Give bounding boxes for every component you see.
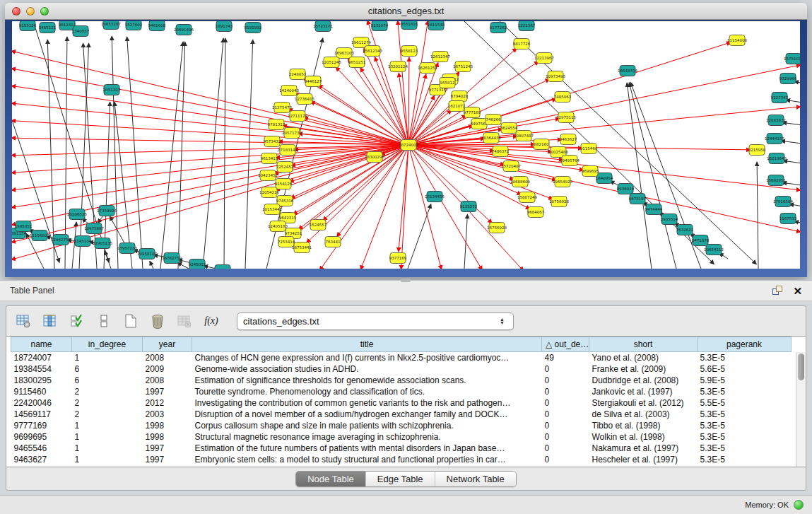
graph-node[interactable]: 10975887 — [84, 223, 104, 234]
table-vertical-scrollbar[interactable] — [796, 352, 806, 467]
graph-node-selected[interactable]: 9777169 — [464, 107, 481, 118]
new-table-icon[interactable] — [122, 313, 139, 329]
graph-node-selected[interactable]: 14240043 — [279, 86, 299, 96]
graph-node-selected[interactable]: 20571730 — [282, 128, 302, 139]
graph-node-selected[interactable]: 9613415 — [261, 153, 278, 164]
graph-node-selected[interactable]: 1621072 — [448, 101, 466, 112]
graph-node-selected[interactable]: 12213967 — [534, 53, 554, 64]
graph-node[interactable]: 1995051 — [15, 221, 33, 232]
graph-node[interactable]: 17359924 — [97, 206, 117, 216]
graph-node-selected[interactable]: 11154008 — [727, 35, 747, 46]
graph-node[interactable]: 9561816 — [401, 21, 418, 30]
graph-node-selected[interactable]: 19495764 — [560, 156, 579, 166]
table-row[interactable]: 911546021997Tourette syndrome. Phenomeno… — [11, 386, 792, 397]
graph-node-selected[interactable]: 763441 — [325, 237, 341, 247]
memory-ok-indicator-icon[interactable] — [794, 500, 804, 510]
graph-node-selected[interactable]: 7485063 — [554, 92, 572, 103]
graph-node-selected[interactable]: 746266 — [486, 115, 501, 125]
import-table-icon[interactable] — [176, 313, 193, 329]
graph-node-selected[interactable]: 16751243 — [453, 62, 473, 72]
graph-node-selected[interactable]: 6794028 — [451, 91, 469, 102]
graph-node[interactable]: 15751074 — [784, 54, 800, 64]
float-panel-icon[interactable] — [772, 286, 783, 296]
graph-node[interactable]: 9227343 — [771, 93, 789, 103]
graph-node[interactable]: 20691406 — [174, 25, 194, 35]
graph-node-selected[interactable]: 3624554 — [500, 123, 518, 134]
graph-node[interactable]: 10654112 — [704, 245, 724, 255]
network-canvas[interactable]: 9155126846512196124121340557106532871527… — [12, 21, 800, 269]
graph-node[interactable]: 10653287 — [101, 21, 121, 30]
panel-resize-grip[interactable] — [401, 279, 411, 282]
graph-node-selected[interactable]: 18300295 — [365, 152, 384, 163]
graph-node[interactable]: 8177262 — [490, 23, 507, 33]
column-select-icon[interactable] — [42, 313, 59, 329]
graph-node-selected[interactable]: 8817726 — [513, 39, 531, 49]
graph-node-selected[interactable]: 12736415 — [295, 94, 314, 105]
graph-node-selected[interactable]: 12975115 — [556, 112, 576, 123]
table-row[interactable]: 977716911998Corpus callosum shape and si… — [11, 420, 792, 431]
table-row[interactable]: 946362711997Embryonic stem cells: a mode… — [11, 454, 792, 465]
graph-node-selected[interactable]: 2248053 — [289, 69, 307, 80]
table-settings-icon[interactable] — [15, 313, 32, 329]
graph-node[interactable]: 1811548 — [428, 21, 445, 30]
graph-node[interactable]: 2935514 — [661, 214, 678, 225]
graph-node-selected[interactable]: 10756928 — [549, 197, 569, 207]
graph-node-selected[interactable]: 10973493 — [546, 71, 565, 82]
graph-node-selected[interactable]: 10688609 — [510, 177, 530, 187]
delete-table-icon[interactable] — [149, 313, 166, 329]
graph-node-selected[interactable]: 9558123 — [401, 46, 418, 57]
graph-node-selected[interactable]: 10807487 — [514, 131, 534, 141]
graph-node-selected[interactable]: 9115460 — [580, 144, 598, 154]
graph-node-selected[interactable]: 20364436 — [481, 133, 501, 144]
graph-node-selected[interactable]: 9684067 — [527, 207, 545, 218]
graph-node[interactable]: 16648784 — [618, 66, 637, 76]
graph-node[interactable]: 9135272 — [460, 201, 478, 212]
graph-node[interactable]: 12444155 — [765, 134, 784, 144]
tab-node-table[interactable]: Node Table — [296, 472, 365, 486]
graph-node[interactable]: 12942757 — [51, 235, 71, 245]
network-table-selector[interactable]: citations_edges.txt ▲▼ — [237, 313, 514, 330]
tab-edge-table[interactable]: Edge Table — [365, 472, 435, 486]
graph-node[interactable]: 1340557 — [72, 26, 90, 37]
graph-node[interactable]: 1167533 — [779, 214, 797, 224]
graph-node-selected[interactable]: 19654923 — [553, 177, 572, 187]
graph-node[interactable]: 15692951 — [766, 175, 786, 186]
graph-node[interactable]: 11156803 — [30, 230, 49, 241]
graph-node[interactable]: 8131074 — [371, 21, 389, 31]
graph-node[interactable]: 20206535 — [67, 209, 87, 220]
column-header-short[interactable]: short — [589, 337, 698, 352]
graph-node-selected[interactable]: 9463627 — [560, 134, 577, 145]
graph-node[interactable]: 2051307 — [103, 85, 121, 95]
graph-node[interactable]: 12093832 — [766, 115, 786, 126]
graph-node[interactable]: 1145134 — [74, 236, 92, 247]
graph-node[interactable]: 7632621 — [676, 225, 694, 235]
graph-node[interactable]: 17016504 — [773, 197, 793, 207]
graph-node-selected[interactable]: 15612343 — [363, 46, 382, 57]
column-header-year[interactable]: year — [143, 337, 192, 352]
graph-node[interactable]: 1527602 — [125, 21, 143, 30]
graph-node-selected[interactable]: 1524557 — [310, 220, 327, 230]
graph-node-selected[interactable]: 16753441 — [292, 243, 312, 253]
graph-node-selected[interactable]: 9154126 — [275, 179, 293, 189]
graph-node[interactable]: 8471676 — [692, 235, 710, 246]
graph-node-selected[interactable]: 10423452 — [258, 170, 278, 181]
graph-node[interactable]: 9461608 — [148, 21, 166, 31]
graph-node-selected[interactable]: 8215958 — [748, 145, 766, 156]
graph-node[interactable]: 8938924 — [617, 184, 635, 194]
graph-node[interactable]: 9245012 — [189, 259, 206, 269]
graph-node-selected[interactable]: 9651251 — [348, 57, 366, 68]
window-titlebar[interactable]: citations_edges.txt — [5, 3, 807, 20]
graph-node-selected[interactable]: 9573432 — [264, 136, 281, 147]
graph-node[interactable]: 15134456 — [425, 192, 445, 202]
graph-node-selected[interactable]: 12051245 — [322, 57, 341, 68]
graph-node[interactable]: 12905135 — [93, 238, 112, 249]
graph-node[interactable]: 16210643 — [767, 153, 787, 164]
graph-node-selected[interactable]: 12612347 — [430, 52, 450, 62]
graph-node[interactable]: 1221387 — [518, 21, 536, 31]
column-header-title[interactable]: title — [192, 337, 542, 352]
graph-node-selected[interactable]: 18724007 — [399, 140, 418, 151]
graph-node[interactable]: 9329966 — [779, 74, 797, 84]
column-header-in_degree[interactable]: in_degree — [72, 337, 143, 352]
column-header-out_de[interactable]: △ out_de… — [542, 337, 589, 352]
graph-node-selected[interactable]: 9446127 — [305, 76, 322, 87]
